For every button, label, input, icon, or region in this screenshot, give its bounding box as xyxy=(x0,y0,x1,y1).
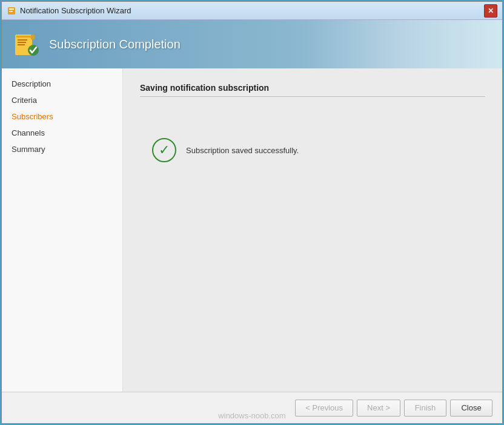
title-bar-left: Notification Subscription Wizard xyxy=(7,6,131,16)
header-band: Subscription Completion xyxy=(2,20,502,68)
success-icon: ✓ xyxy=(152,138,176,162)
svg-rect-6 xyxy=(18,42,26,43)
svg-rect-4 xyxy=(16,36,31,38)
sidebar: Description Criteria Subscribers Channel… xyxy=(2,68,123,392)
header-icon xyxy=(12,30,41,59)
app-icon xyxy=(7,6,16,16)
close-window-button[interactable]: ✕ xyxy=(484,4,497,18)
window-title: Notification Subscription Wizard xyxy=(20,6,131,15)
header-title: Subscription Completion xyxy=(49,38,181,51)
sidebar-item-description[interactable]: Description xyxy=(2,76,122,92)
svg-rect-1 xyxy=(9,8,14,10)
sidebar-item-subscribers[interactable]: Subscribers xyxy=(2,108,122,125)
sidebar-item-summary[interactable]: Summary xyxy=(2,141,122,157)
title-bar: Notification Subscription Wizard ✕ xyxy=(2,2,502,20)
success-area: ✓ Subscription saved successfully. xyxy=(140,138,485,162)
main-content: Saving notification subscription ✓ Subsc… xyxy=(123,68,502,392)
main-window: Notification Subscription Wizard ✕ Subsc… xyxy=(1,1,503,424)
section-title: Saving notification subscription xyxy=(140,83,485,97)
checkmark-icon: ✓ xyxy=(159,143,170,157)
close-button[interactable]: Close xyxy=(450,400,492,417)
finish-button[interactable]: Finish xyxy=(404,400,446,417)
next-button[interactable]: Next > xyxy=(357,400,400,417)
sidebar-item-criteria[interactable]: Criteria xyxy=(2,92,122,108)
footer: < Previous Next > Finish Close xyxy=(2,392,502,423)
svg-rect-2 xyxy=(9,11,13,12)
sidebar-item-channels[interactable]: Channels xyxy=(2,125,122,141)
svg-marker-8 xyxy=(31,35,35,39)
success-message: Subscription saved successfully. xyxy=(186,146,299,155)
svg-rect-5 xyxy=(18,39,27,41)
svg-rect-7 xyxy=(18,44,25,45)
content-area: Description Criteria Subscribers Channel… xyxy=(2,68,502,392)
previous-button[interactable]: < Previous xyxy=(295,400,353,417)
